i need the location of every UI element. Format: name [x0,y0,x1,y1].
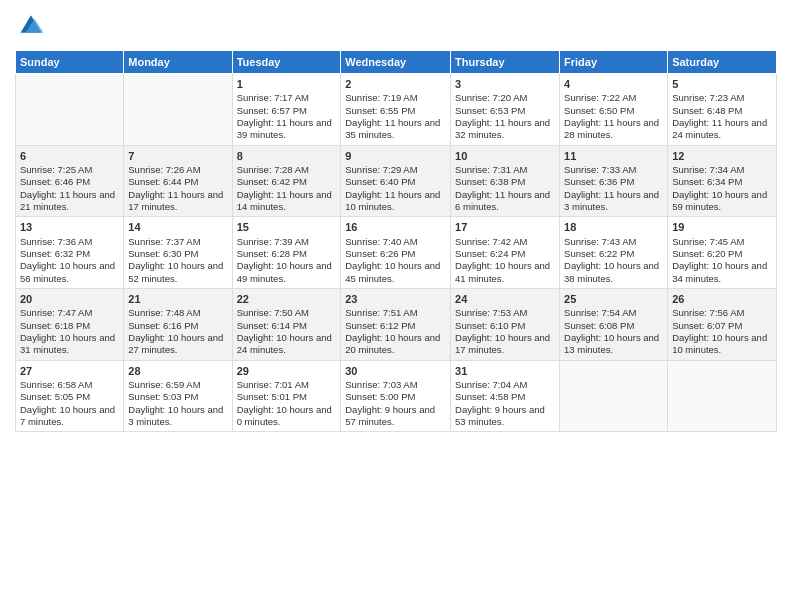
sunset-text: Sunset: 5:01 PM [237,391,307,402]
day-number: 1 [237,77,337,91]
calendar-table: SundayMondayTuesdayWednesdayThursdayFrid… [15,50,777,432]
sunset-text: Sunset: 6:22 PM [564,248,634,259]
daylight-text: Daylight: 11 hours and 21 minutes. [20,189,115,212]
sunrise-text: Sunrise: 7:20 AM [455,92,527,103]
calendar-cell: 31Sunrise: 7:04 AMSunset: 4:58 PMDayligh… [451,360,560,432]
sunset-text: Sunset: 6:53 PM [455,105,525,116]
sunrise-text: Sunrise: 7:33 AM [564,164,636,175]
daylight-text: Daylight: 10 hours and 56 minutes. [20,260,115,283]
daylight-text: Daylight: 11 hours and 10 minutes. [345,189,440,212]
day-header-monday: Monday [124,51,232,74]
calendar-cell: 6Sunrise: 7:25 AMSunset: 6:46 PMDaylight… [16,145,124,217]
week-row-1: 1Sunrise: 7:17 AMSunset: 6:57 PMDaylight… [16,74,777,146]
sunrise-text: Sunrise: 7:48 AM [128,307,200,318]
daylight-text: Daylight: 10 hours and 20 minutes. [345,332,440,355]
daylight-text: Daylight: 11 hours and 32 minutes. [455,117,550,140]
day-info: Sunrise: 7:43 AMSunset: 6:22 PMDaylight:… [564,236,663,285]
day-info: Sunrise: 7:56 AMSunset: 6:07 PMDaylight:… [672,307,772,356]
day-number: 9 [345,149,446,163]
sunset-text: Sunset: 6:40 PM [345,176,415,187]
header [15,10,777,42]
sunset-text: Sunset: 4:58 PM [455,391,525,402]
daylight-text: Daylight: 10 hours and 49 minutes. [237,260,332,283]
daylight-text: Daylight: 10 hours and 3 minutes. [128,404,223,427]
sunrise-text: Sunrise: 7:42 AM [455,236,527,247]
logo [15,10,45,42]
sunset-text: Sunset: 6:14 PM [237,320,307,331]
day-info: Sunrise: 6:58 AMSunset: 5:05 PMDaylight:… [20,379,119,428]
sunrise-text: Sunrise: 7:01 AM [237,379,309,390]
day-info: Sunrise: 7:03 AMSunset: 5:00 PMDaylight:… [345,379,446,428]
daylight-text: Daylight: 10 hours and 38 minutes. [564,260,659,283]
daylight-text: Daylight: 10 hours and 17 minutes. [455,332,550,355]
day-info: Sunrise: 7:34 AMSunset: 6:34 PMDaylight:… [672,164,772,213]
week-row-2: 6Sunrise: 7:25 AMSunset: 6:46 PMDaylight… [16,145,777,217]
calendar-cell: 2Sunrise: 7:19 AMSunset: 6:55 PMDaylight… [341,74,451,146]
sunset-text: Sunset: 6:44 PM [128,176,198,187]
calendar-cell: 16Sunrise: 7:40 AMSunset: 6:26 PMDayligh… [341,217,451,289]
day-info: Sunrise: 7:25 AMSunset: 6:46 PMDaylight:… [20,164,119,213]
calendar-cell: 10Sunrise: 7:31 AMSunset: 6:38 PMDayligh… [451,145,560,217]
calendar-cell [16,74,124,146]
daylight-text: Daylight: 11 hours and 24 minutes. [672,117,767,140]
sunrise-text: Sunrise: 7:56 AM [672,307,744,318]
sunrise-text: Sunrise: 7:39 AM [237,236,309,247]
calendar-cell: 29Sunrise: 7:01 AMSunset: 5:01 PMDayligh… [232,360,341,432]
sunset-text: Sunset: 6:38 PM [455,176,525,187]
day-number: 25 [564,292,663,306]
sunrise-text: Sunrise: 7:04 AM [455,379,527,390]
daylight-text: Daylight: 10 hours and 27 minutes. [128,332,223,355]
daylight-text: Daylight: 10 hours and 45 minutes. [345,260,440,283]
page: SundayMondayTuesdayWednesdayThursdayFrid… [0,0,792,612]
day-info: Sunrise: 7:29 AMSunset: 6:40 PMDaylight:… [345,164,446,213]
day-header-tuesday: Tuesday [232,51,341,74]
sunrise-text: Sunrise: 7:28 AM [237,164,309,175]
daylight-text: Daylight: 11 hours and 28 minutes. [564,117,659,140]
day-number: 11 [564,149,663,163]
day-info: Sunrise: 7:47 AMSunset: 6:18 PMDaylight:… [20,307,119,356]
calendar-cell: 5Sunrise: 7:23 AMSunset: 6:48 PMDaylight… [668,74,777,146]
calendar-cell: 26Sunrise: 7:56 AMSunset: 6:07 PMDayligh… [668,289,777,361]
sunset-text: Sunset: 6:30 PM [128,248,198,259]
day-number: 2 [345,77,446,91]
day-info: Sunrise: 7:01 AMSunset: 5:01 PMDaylight:… [237,379,337,428]
daylight-text: Daylight: 10 hours and 41 minutes. [455,260,550,283]
daylight-text: Daylight: 11 hours and 14 minutes. [237,189,332,212]
calendar-cell [124,74,232,146]
day-info: Sunrise: 7:37 AMSunset: 6:30 PMDaylight:… [128,236,227,285]
day-info: Sunrise: 7:28 AMSunset: 6:42 PMDaylight:… [237,164,337,213]
day-header-wednesday: Wednesday [341,51,451,74]
week-row-5: 27Sunrise: 6:58 AMSunset: 5:05 PMDayligh… [16,360,777,432]
daylight-text: Daylight: 10 hours and 24 minutes. [237,332,332,355]
sunrise-text: Sunrise: 7:51 AM [345,307,417,318]
day-number: 26 [672,292,772,306]
day-info: Sunrise: 7:23 AMSunset: 6:48 PMDaylight:… [672,92,772,141]
calendar-cell: 11Sunrise: 7:33 AMSunset: 6:36 PMDayligh… [560,145,668,217]
sunrise-text: Sunrise: 7:50 AM [237,307,309,318]
calendar-cell: 30Sunrise: 7:03 AMSunset: 5:00 PMDayligh… [341,360,451,432]
day-info: Sunrise: 7:42 AMSunset: 6:24 PMDaylight:… [455,236,555,285]
day-number: 24 [455,292,555,306]
sunrise-text: Sunrise: 6:59 AM [128,379,200,390]
day-info: Sunrise: 7:36 AMSunset: 6:32 PMDaylight:… [20,236,119,285]
sunset-text: Sunset: 6:18 PM [20,320,90,331]
day-number: 15 [237,220,337,234]
sunrise-text: Sunrise: 7:40 AM [345,236,417,247]
week-row-4: 20Sunrise: 7:47 AMSunset: 6:18 PMDayligh… [16,289,777,361]
daylight-text: Daylight: 11 hours and 39 minutes. [237,117,332,140]
sunrise-text: Sunrise: 7:03 AM [345,379,417,390]
sunrise-text: Sunrise: 7:31 AM [455,164,527,175]
sunset-text: Sunset: 5:05 PM [20,391,90,402]
sunset-text: Sunset: 6:32 PM [20,248,90,259]
calendar-cell: 20Sunrise: 7:47 AMSunset: 6:18 PMDayligh… [16,289,124,361]
day-header-friday: Friday [560,51,668,74]
sunrise-text: Sunrise: 7:17 AM [237,92,309,103]
day-number: 28 [128,364,227,378]
sunset-text: Sunset: 6:12 PM [345,320,415,331]
calendar-cell: 22Sunrise: 7:50 AMSunset: 6:14 PMDayligh… [232,289,341,361]
sunset-text: Sunset: 6:42 PM [237,176,307,187]
calendar-cell: 14Sunrise: 7:37 AMSunset: 6:30 PMDayligh… [124,217,232,289]
day-number: 6 [20,149,119,163]
day-number: 4 [564,77,663,91]
sunset-text: Sunset: 6:24 PM [455,248,525,259]
